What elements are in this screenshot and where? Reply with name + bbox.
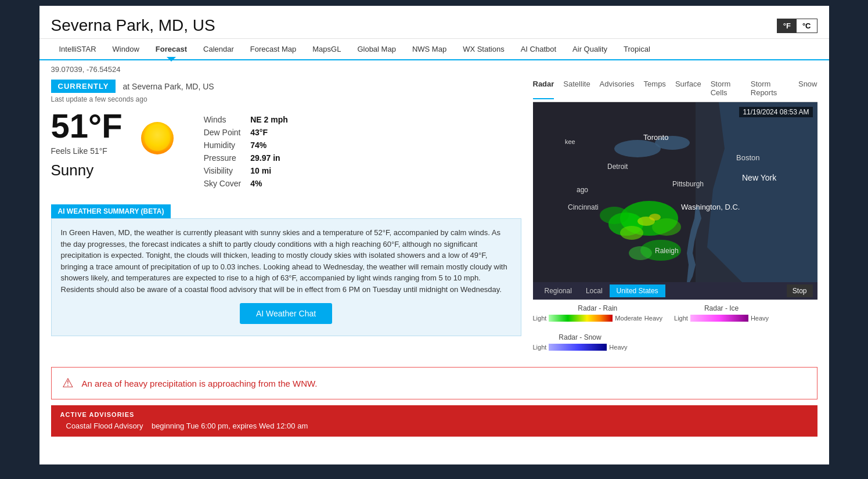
nav-forecast[interactable]: Forecast — [147, 39, 195, 59]
svg-point-1 — [145, 125, 170, 151]
tab-storm-reports[interactable]: Storm Reports — [751, 80, 789, 99]
ai-summary-header: AI WEATHER SUMMARY (BETA) — [51, 204, 171, 218]
nav-intellistar[interactable]: IntelliSTAR — [51, 39, 105, 59]
united-states-button[interactable]: United States — [610, 284, 665, 297]
legend-ice-light: Light — [674, 315, 688, 322]
tab-surface[interactable]: Surface — [675, 80, 701, 99]
sunny-icon — [134, 115, 181, 161]
map-svg: Toronto Detroit Pittsburgh Boston New Yo… — [533, 102, 817, 282]
svg-text:Boston: Boston — [736, 153, 759, 162]
map-controls: Regional Local United States Stop — [533, 282, 817, 300]
sky-cover-label: Sky Cover — [204, 179, 242, 188]
svg-text:Cincinnati: Cincinnati — [568, 203, 599, 211]
sky-cover-value: 4% — [250, 179, 288, 188]
legend-rain-moderate: Moderate — [615, 315, 642, 322]
temp-toggle[interactable]: °F °C — [777, 19, 817, 33]
radar-legend: Radar - Rain Light — [533, 300, 817, 355]
legend-rain-bar — [549, 315, 613, 322]
radar-tabs: Radar Satellite Advisories Temps Surface… — [533, 80, 817, 102]
svg-text:Raleigh: Raleigh — [655, 247, 679, 255]
svg-text:Washington, D.C.: Washington, D.C. — [681, 203, 740, 211]
visibility-value: 10 mi — [250, 166, 288, 175]
legend-snow-title: Radar - Snow — [533, 333, 628, 341]
nav-nws-map[interactable]: NWS Map — [404, 39, 455, 59]
humidity-label: Humidity — [204, 141, 242, 150]
svg-point-10 — [600, 207, 629, 224]
legend-snow-bar-container: Light Heavy — [533, 344, 628, 351]
svg-point-12 — [629, 246, 652, 260]
ai-weather-chat-button[interactable]: AI Weather Chat — [240, 303, 332, 324]
map-timestamp: 11/19/2024 08:53 AM — [739, 107, 812, 117]
currently-bar: CURRENTLY at Severna Park, MD, US — [51, 80, 521, 93]
right-panel: Radar Satellite Advisories Temps Surface… — [533, 80, 817, 355]
tab-radar[interactable]: Radar — [533, 80, 554, 99]
legend-ice-title: Radar - Ice — [674, 304, 769, 312]
celsius-button[interactable]: °C — [797, 19, 817, 33]
tab-advisories[interactable]: Advisories — [600, 80, 635, 99]
nav: IntelliSTAR Window Forecast Calendar For… — [39, 39, 829, 60]
legend-ice-bar — [690, 315, 748, 322]
legend-ice: Radar - Ice Light — [674, 304, 769, 322]
currently-badge: CURRENTLY — [51, 80, 116, 93]
pressure-value: 29.97 in — [250, 153, 288, 163]
tab-satellite[interactable]: Satellite — [563, 80, 590, 99]
svg-point-4 — [614, 140, 661, 157]
nav-ai-chatbot[interactable]: AI Chatbot — [513, 39, 564, 59]
last-update: Last update a few seconds ago — [51, 95, 521, 103]
winds-value: NE 2 mph — [250, 115, 288, 124]
tab-temps[interactable]: Temps — [644, 80, 666, 99]
svg-text:New York: New York — [742, 173, 777, 182]
radar-map: Toronto Detroit Pittsburgh Boston New Yo… — [533, 102, 817, 282]
feels-like: Feels Like 51°F — [51, 146, 123, 156]
svg-point-8 — [652, 218, 681, 236]
tab-storm-cells[interactable]: Storm Cells — [711, 80, 741, 99]
winds-label: Winds — [204, 115, 242, 124]
nav-calendar[interactable]: Calendar — [195, 39, 242, 59]
nav-mapsgl[interactable]: MapsGL — [304, 39, 349, 59]
legend-snow-light: Light — [533, 344, 547, 351]
ai-summary-box: In Green Haven, MD, the weather is curre… — [51, 218, 521, 336]
advisory-box: ACTIVE ADVISORIES Coastal Flood Advisory… — [51, 405, 817, 437]
temperature-display: 51°F — [51, 109, 123, 143]
left-panel: CURRENTLY at Severna Park, MD, US Last u… — [51, 80, 521, 355]
pressure-label: Pressure — [204, 153, 242, 163]
ai-summary-text: In Green Haven, MD, the weather is curre… — [61, 227, 512, 295]
nav-air-quality[interactable]: Air Quality — [564, 39, 615, 59]
temp-section: 51°F Feels Like 51°F Sunny — [51, 109, 123, 179]
dew-point-label: Dew Point — [204, 128, 242, 137]
header: Severna Park, MD, US °F °C — [39, 6, 829, 39]
local-button[interactable]: Local — [579, 284, 610, 297]
nav-window[interactable]: Window — [105, 39, 147, 59]
regional-button[interactable]: Regional — [538, 284, 579, 297]
svg-text:Pittsburgh: Pittsburgh — [672, 180, 704, 188]
svg-text:Toronto: Toronto — [643, 133, 668, 142]
stop-button[interactable]: Stop — [787, 284, 813, 297]
svg-rect-26 — [690, 315, 748, 322]
svg-rect-27 — [549, 344, 607, 351]
visibility-label: Visibility — [204, 166, 242, 175]
weather-main: 51°F Feels Like 51°F Sunny — [51, 109, 521, 188]
current-location-label: at Severna Park, MD, US — [123, 82, 214, 91]
svg-text:Detroit: Detroit — [607, 163, 628, 171]
svg-point-9 — [620, 226, 643, 240]
coordinates: 39.07039, -76.54524 — [39, 60, 829, 74]
advisory-text: Coastal Flood Advisory beginning Tue 6:0… — [60, 420, 808, 431]
nav-tropical[interactable]: Tropical — [615, 39, 658, 59]
svg-rect-25 — [549, 315, 613, 322]
svg-point-14 — [649, 214, 661, 221]
main-content: CURRENTLY at Severna Park, MD, US Last u… — [39, 74, 829, 367]
legend-ice-bar-container: Light Heavy — [674, 315, 769, 322]
legend-rain: Radar - Rain Light — [533, 304, 663, 322]
legend-rain-bar-container: Light — [533, 315, 663, 322]
nav-forecast-map[interactable]: Forecast Map — [242, 39, 304, 59]
nav-global-map[interactable]: Global Map — [349, 39, 404, 59]
legend-rain-title: Radar - Rain — [533, 304, 663, 312]
alert-icon: ⚠ — [62, 376, 74, 391]
condition: Sunny — [51, 161, 123, 179]
alert-bar: ⚠ An area of heavy precipitation is appr… — [51, 367, 817, 399]
tab-snow[interactable]: Snow — [798, 80, 817, 99]
nav-wx-stations[interactable]: WX Stations — [455, 39, 513, 59]
legend-ice-heavy: Heavy — [751, 315, 769, 322]
advisory-detail: beginning Tue 6:00 pm, expires Wed 12:00… — [152, 422, 308, 430]
fahrenheit-button[interactable]: °F — [777, 19, 797, 33]
